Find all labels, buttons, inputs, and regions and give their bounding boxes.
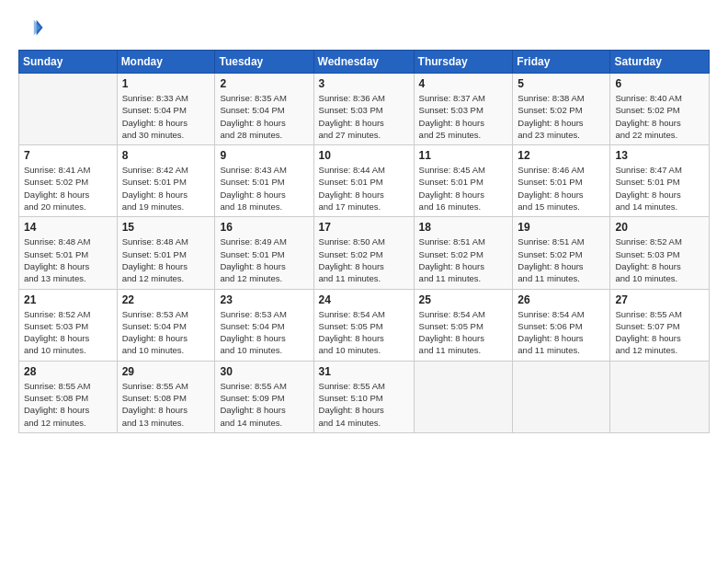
calendar-week-row: 1Sunrise: 8:33 AM Sunset: 5:04 PM Daylig… bbox=[19, 74, 710, 145]
calendar-cell: 9Sunrise: 8:43 AM Sunset: 5:01 PM Daylig… bbox=[215, 145, 313, 217]
cell-day-number: 8 bbox=[122, 149, 210, 162]
cell-info-text: Sunrise: 8:40 AM Sunset: 5:02 PM Dayligh… bbox=[615, 92, 704, 141]
calendar-cell: 4Sunrise: 8:37 AM Sunset: 5:03 PM Daylig… bbox=[414, 74, 513, 145]
page-header bbox=[18, 15, 710, 40]
cell-info-text: Sunrise: 8:42 AM Sunset: 5:01 PM Dayligh… bbox=[122, 164, 210, 213]
calendar-cell: 1Sunrise: 8:33 AM Sunset: 5:04 PM Daylig… bbox=[117, 74, 215, 145]
calendar-cell: 7Sunrise: 8:41 AM Sunset: 5:02 PM Daylig… bbox=[19, 145, 118, 217]
cell-day-number: 30 bbox=[220, 365, 308, 378]
cell-day-number: 11 bbox=[419, 149, 508, 162]
cell-info-text: Sunrise: 8:55 AM Sunset: 5:08 PM Dayligh… bbox=[122, 380, 210, 429]
calendar-cell: 28Sunrise: 8:55 AM Sunset: 5:08 PM Dayli… bbox=[19, 361, 118, 432]
cell-day-number: 27 bbox=[615, 293, 704, 306]
cell-info-text: Sunrise: 8:53 AM Sunset: 5:04 PM Dayligh… bbox=[220, 308, 308, 357]
cell-info-text: Sunrise: 8:38 AM Sunset: 5:02 PM Dayligh… bbox=[518, 92, 605, 141]
calendar-cell: 3Sunrise: 8:36 AM Sunset: 5:03 PM Daylig… bbox=[313, 74, 414, 145]
calendar-cell: 16Sunrise: 8:49 AM Sunset: 5:01 PM Dayli… bbox=[215, 217, 313, 289]
cell-info-text: Sunrise: 8:53 AM Sunset: 5:04 PM Dayligh… bbox=[122, 308, 210, 357]
cell-day-number: 29 bbox=[122, 365, 210, 378]
cell-day-number: 6 bbox=[615, 77, 704, 90]
cell-day-number: 2 bbox=[220, 77, 308, 90]
cell-day-number: 19 bbox=[518, 221, 605, 234]
cell-day-number: 23 bbox=[220, 293, 308, 306]
calendar-cell: 18Sunrise: 8:51 AM Sunset: 5:02 PM Dayli… bbox=[414, 217, 513, 289]
cell-day-number: 15 bbox=[122, 221, 210, 234]
cell-info-text: Sunrise: 8:46 AM Sunset: 5:01 PM Dayligh… bbox=[518, 164, 605, 213]
calendar-cell bbox=[513, 361, 610, 432]
calendar-cell: 20Sunrise: 8:52 AM Sunset: 5:03 PM Dayli… bbox=[610, 217, 710, 289]
cell-info-text: Sunrise: 8:55 AM Sunset: 5:08 PM Dayligh… bbox=[24, 380, 112, 429]
cell-info-text: Sunrise: 8:52 AM Sunset: 5:03 PM Dayligh… bbox=[615, 236, 704, 284]
cell-info-text: Sunrise: 8:35 AM Sunset: 5:04 PM Dayligh… bbox=[220, 92, 308, 141]
column-header-wednesday: Wednesday bbox=[313, 51, 414, 74]
cell-day-number: 20 bbox=[615, 221, 704, 234]
calendar-cell: 22Sunrise: 8:53 AM Sunset: 5:04 PM Dayli… bbox=[117, 289, 215, 361]
calendar-header-row: SundayMondayTuesdayWednesdayThursdayFrid… bbox=[19, 51, 710, 74]
calendar-cell bbox=[610, 361, 710, 432]
cell-day-number: 18 bbox=[419, 221, 508, 234]
calendar-cell: 12Sunrise: 8:46 AM Sunset: 5:01 PM Dayli… bbox=[513, 145, 610, 217]
cell-day-number: 7 bbox=[24, 149, 112, 162]
cell-info-text: Sunrise: 8:51 AM Sunset: 5:02 PM Dayligh… bbox=[518, 236, 605, 284]
calendar-cell: 17Sunrise: 8:50 AM Sunset: 5:02 PM Dayli… bbox=[313, 217, 414, 289]
cell-day-number: 26 bbox=[518, 293, 605, 306]
column-header-monday: Monday bbox=[117, 51, 215, 74]
calendar-week-row: 14Sunrise: 8:48 AM Sunset: 5:01 PM Dayli… bbox=[19, 217, 710, 289]
calendar-cell: 19Sunrise: 8:51 AM Sunset: 5:02 PM Dayli… bbox=[513, 217, 610, 289]
cell-info-text: Sunrise: 8:44 AM Sunset: 5:01 PM Dayligh… bbox=[319, 164, 409, 213]
calendar-week-row: 21Sunrise: 8:52 AM Sunset: 5:03 PM Dayli… bbox=[19, 289, 710, 361]
calendar-cell: 31Sunrise: 8:55 AM Sunset: 5:10 PM Dayli… bbox=[313, 361, 414, 432]
cell-info-text: Sunrise: 8:49 AM Sunset: 5:01 PM Dayligh… bbox=[220, 236, 308, 284]
cell-day-number: 10 bbox=[319, 149, 409, 162]
cell-info-text: Sunrise: 8:43 AM Sunset: 5:01 PM Dayligh… bbox=[220, 164, 308, 213]
calendar-cell: 11Sunrise: 8:45 AM Sunset: 5:01 PM Dayli… bbox=[414, 145, 513, 217]
cell-info-text: Sunrise: 8:41 AM Sunset: 5:02 PM Dayligh… bbox=[24, 164, 112, 213]
cell-info-text: Sunrise: 8:55 AM Sunset: 5:10 PM Dayligh… bbox=[319, 380, 409, 429]
cell-info-text: Sunrise: 8:54 AM Sunset: 5:05 PM Dayligh… bbox=[419, 308, 508, 357]
cell-day-number: 4 bbox=[419, 77, 508, 90]
cell-info-text: Sunrise: 8:47 AM Sunset: 5:01 PM Dayligh… bbox=[615, 164, 704, 213]
cell-day-number: 5 bbox=[518, 77, 605, 90]
calendar-cell: 25Sunrise: 8:54 AM Sunset: 5:05 PM Dayli… bbox=[414, 289, 513, 361]
calendar-cell: 26Sunrise: 8:54 AM Sunset: 5:06 PM Dayli… bbox=[513, 289, 610, 361]
column-header-saturday: Saturday bbox=[610, 51, 710, 74]
calendar-cell: 13Sunrise: 8:47 AM Sunset: 5:01 PM Dayli… bbox=[610, 145, 710, 217]
cell-info-text: Sunrise: 8:54 AM Sunset: 5:06 PM Dayligh… bbox=[518, 308, 605, 357]
calendar-cell: 24Sunrise: 8:54 AM Sunset: 5:05 PM Dayli… bbox=[313, 289, 414, 361]
cell-day-number: 28 bbox=[24, 365, 112, 378]
cell-info-text: Sunrise: 8:55 AM Sunset: 5:09 PM Dayligh… bbox=[220, 380, 308, 429]
calendar-cell: 2Sunrise: 8:35 AM Sunset: 5:04 PM Daylig… bbox=[215, 74, 313, 145]
cell-day-number: 14 bbox=[24, 221, 112, 234]
calendar-cell: 29Sunrise: 8:55 AM Sunset: 5:08 PM Dayli… bbox=[117, 361, 215, 432]
cell-day-number: 25 bbox=[419, 293, 508, 306]
calendar-week-row: 28Sunrise: 8:55 AM Sunset: 5:08 PM Dayli… bbox=[19, 361, 710, 432]
column-header-thursday: Thursday bbox=[414, 51, 513, 74]
cell-info-text: Sunrise: 8:55 AM Sunset: 5:07 PM Dayligh… bbox=[615, 308, 704, 357]
calendar-week-row: 7Sunrise: 8:41 AM Sunset: 5:02 PM Daylig… bbox=[19, 145, 710, 217]
cell-info-text: Sunrise: 8:48 AM Sunset: 5:01 PM Dayligh… bbox=[24, 236, 112, 284]
cell-day-number: 21 bbox=[24, 293, 112, 306]
logo bbox=[18, 15, 48, 40]
calendar-cell: 27Sunrise: 8:55 AM Sunset: 5:07 PM Dayli… bbox=[610, 289, 710, 361]
calendar-cell: 10Sunrise: 8:44 AM Sunset: 5:01 PM Dayli… bbox=[313, 145, 414, 217]
cell-day-number: 24 bbox=[319, 293, 409, 306]
calendar-cell bbox=[414, 361, 513, 432]
calendar-cell: 8Sunrise: 8:42 AM Sunset: 5:01 PM Daylig… bbox=[117, 145, 215, 217]
cell-day-number: 31 bbox=[319, 365, 409, 378]
calendar-cell: 15Sunrise: 8:48 AM Sunset: 5:01 PM Dayli… bbox=[117, 217, 215, 289]
cell-info-text: Sunrise: 8:45 AM Sunset: 5:01 PM Dayligh… bbox=[419, 164, 508, 213]
cell-info-text: Sunrise: 8:48 AM Sunset: 5:01 PM Dayligh… bbox=[122, 236, 210, 284]
cell-day-number: 12 bbox=[518, 149, 605, 162]
column-header-tuesday: Tuesday bbox=[215, 51, 313, 74]
cell-info-text: Sunrise: 8:52 AM Sunset: 5:03 PM Dayligh… bbox=[24, 308, 112, 357]
calendar-cell: 6Sunrise: 8:40 AM Sunset: 5:02 PM Daylig… bbox=[610, 74, 710, 145]
calendar-cell: 5Sunrise: 8:38 AM Sunset: 5:02 PM Daylig… bbox=[513, 74, 610, 145]
logo-icon bbox=[18, 15, 44, 40]
calendar-cell bbox=[19, 74, 118, 145]
cell-info-text: Sunrise: 8:51 AM Sunset: 5:02 PM Dayligh… bbox=[419, 236, 508, 284]
cell-day-number: 3 bbox=[319, 77, 409, 90]
cell-info-text: Sunrise: 8:36 AM Sunset: 5:03 PM Dayligh… bbox=[319, 92, 409, 141]
cell-info-text: Sunrise: 8:33 AM Sunset: 5:04 PM Dayligh… bbox=[122, 92, 210, 141]
column-header-friday: Friday bbox=[513, 51, 610, 74]
cell-day-number: 16 bbox=[220, 221, 308, 234]
